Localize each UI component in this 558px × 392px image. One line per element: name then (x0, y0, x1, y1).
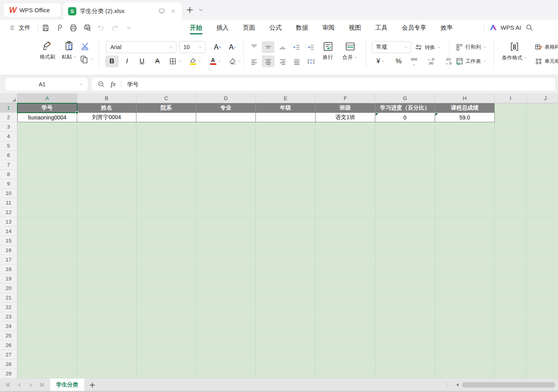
cell-E23[interactable] (256, 312, 316, 322)
cell-D7[interactable] (196, 160, 256, 170)
cell-H21[interactable] (435, 293, 495, 303)
cell-A25[interactable] (17, 331, 77, 341)
cell-E16[interactable] (256, 246, 316, 255)
cell-C6[interactable] (136, 151, 196, 160)
cell-A23[interactable] (17, 312, 77, 322)
cell-E24[interactable] (256, 322, 316, 331)
row-header-7[interactable]: 7 (0, 160, 17, 170)
cell-C23[interactable] (136, 312, 196, 322)
row-header-8[interactable]: 8 (0, 170, 17, 179)
cell-A1[interactable]: 学号 (17, 103, 77, 113)
bold-button[interactable]: B (105, 55, 119, 67)
cell-B20[interactable] (77, 284, 136, 293)
cell-J10[interactable] (527, 189, 558, 198)
cell-E8[interactable] (256, 170, 316, 179)
cell-C7[interactable] (136, 160, 196, 170)
scroll-left-arrow-icon[interactable] (455, 382, 460, 388)
text-orientation-button[interactable] (305, 55, 317, 67)
cell-E17[interactable] (256, 255, 316, 265)
cell-E15[interactable] (256, 236, 316, 246)
strikethrough-button[interactable]: A (150, 55, 165, 67)
col-header-B[interactable]: B (77, 93, 136, 103)
wrap-text-button[interactable]: 换行 (318, 41, 338, 61)
row-header-9[interactable]: 9 (0, 179, 17, 189)
new-tab-plus-icon[interactable] (185, 5, 195, 15)
cell-J19[interactable] (527, 274, 558, 284)
cell-D11[interactable] (196, 198, 256, 208)
cell-G12[interactable] (375, 208, 435, 217)
justify-button[interactable] (290, 55, 303, 67)
cell-C21[interactable] (136, 293, 196, 303)
cell-E26[interactable] (256, 341, 316, 350)
cell-H3[interactable] (435, 122, 495, 132)
menu-tab-3[interactable]: 页面 (236, 20, 262, 36)
cell-B28[interactable] (77, 360, 136, 369)
cell-A24[interactable] (17, 322, 77, 331)
row-header-21[interactable]: 21 (0, 293, 17, 303)
cell-C2[interactable] (136, 113, 196, 122)
cell-E4[interactable] (256, 132, 316, 141)
cell-J24[interactable] (527, 322, 558, 331)
cell-C15[interactable] (136, 236, 196, 246)
cell-J14[interactable] (527, 227, 558, 236)
add-sheet-plus-icon[interactable] (88, 381, 96, 389)
last-sheet-icon[interactable] (38, 381, 45, 388)
row-header-28[interactable]: 28 (0, 360, 17, 369)
cell-I25[interactable] (495, 331, 527, 341)
font-size-select[interactable]: 10 (179, 41, 206, 53)
cell-I7[interactable] (495, 160, 527, 170)
cell-J22[interactable] (527, 303, 558, 312)
quick-toolbar-chevron-icon[interactable] (124, 23, 133, 32)
row-header-10[interactable]: 10 (0, 189, 17, 198)
fill-color-button[interactable] (186, 55, 205, 67)
cell-E20[interactable] (256, 284, 316, 293)
cell-H6[interactable] (435, 151, 495, 160)
comma-format-button[interactable]: 000, (408, 55, 420, 67)
cell-A11[interactable] (17, 198, 77, 208)
row-header-26[interactable]: 26 (0, 341, 17, 350)
cell-G7[interactable] (375, 160, 435, 170)
cell-B18[interactable] (77, 265, 136, 274)
cell-E22[interactable] (256, 303, 316, 312)
cell-B21[interactable] (77, 293, 136, 303)
sheet-tab-active[interactable]: 学生分类 (50, 379, 84, 391)
cell-A17[interactable] (17, 255, 77, 265)
cell-G23[interactable] (375, 312, 435, 322)
cell-B15[interactable] (77, 236, 136, 246)
font-name-select[interactable]: Arial (106, 41, 176, 53)
paste-button[interactable]: 粘贴 (60, 40, 79, 61)
cell-C12[interactable] (136, 208, 196, 217)
formula-bar-content[interactable]: 学号 (127, 81, 138, 88)
row-header-19[interactable]: 19 (0, 274, 17, 284)
chevron-down-icon[interactable] (79, 82, 83, 87)
cell-D20[interactable] (196, 284, 256, 293)
cell-F4[interactable] (316, 132, 375, 141)
copy-button[interactable] (79, 55, 94, 64)
cell-A26[interactable] (17, 341, 77, 350)
cell-G6[interactable] (375, 151, 435, 160)
cell-F15[interactable] (316, 236, 375, 246)
cell-B7[interactable] (77, 160, 136, 170)
cell-I23[interactable] (495, 312, 527, 322)
cell-B8[interactable] (77, 170, 136, 179)
align-left-button[interactable] (248, 55, 260, 67)
cell-D19[interactable] (196, 274, 256, 284)
col-header-A[interactable]: A (17, 93, 77, 103)
cell-I26[interactable] (495, 341, 527, 350)
row-header-1[interactable]: 1 (0, 103, 17, 113)
cell-E18[interactable] (256, 265, 316, 274)
cell-G27[interactable] (375, 350, 435, 360)
zoom-formula-icon[interactable] (97, 80, 105, 88)
row-header-6[interactable]: 6 (0, 151, 17, 160)
cell-A21[interactable] (17, 293, 77, 303)
wps-home-button[interactable]: W WPS Office (3, 3, 61, 17)
cell-F25[interactable] (316, 331, 375, 341)
cell-A4[interactable] (17, 132, 77, 141)
cell-B16[interactable] (77, 246, 136, 255)
cell-B13[interactable] (77, 217, 136, 227)
document-tab[interactable]: S 学生分类 (2).xlsx (63, 2, 182, 20)
cell-E21[interactable] (256, 293, 316, 303)
cell-C3[interactable] (136, 122, 196, 132)
cell-F3[interactable] (316, 122, 375, 132)
cell-J6[interactable] (527, 151, 558, 160)
